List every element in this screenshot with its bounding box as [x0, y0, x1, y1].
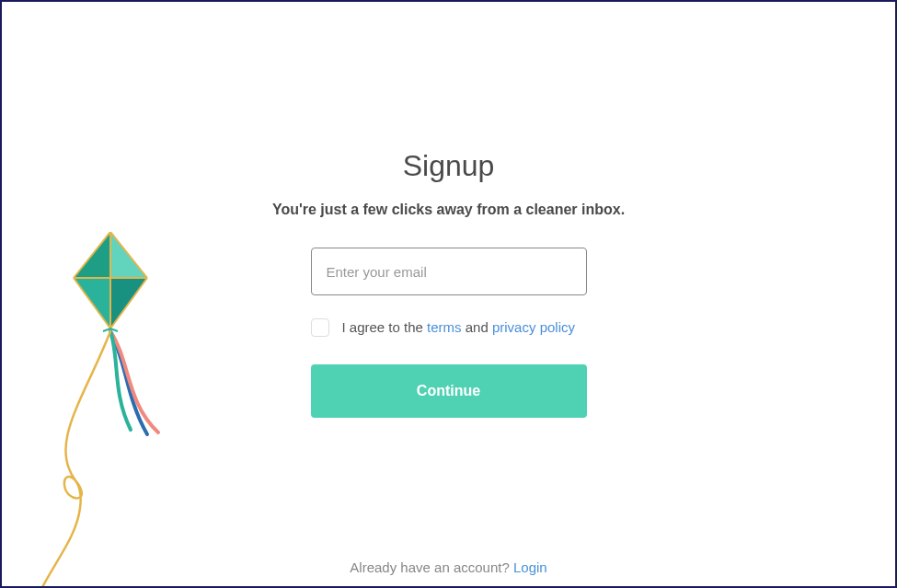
- login-prefix: Already have an account?: [350, 559, 513, 575]
- agree-and: and: [462, 319, 492, 335]
- terms-link[interactable]: terms: [427, 319, 462, 335]
- agree-text: I agree to the terms and privacy policy: [342, 317, 575, 337]
- agree-checkbox[interactable]: [311, 318, 329, 337]
- page-title: Signup: [403, 149, 495, 183]
- email-input[interactable]: [311, 248, 587, 295]
- agree-prefix: I agree to the: [342, 319, 428, 335]
- privacy-link[interactable]: privacy policy: [492, 319, 575, 335]
- continue-button[interactable]: Continue: [311, 364, 587, 418]
- login-link[interactable]: Login: [513, 559, 547, 575]
- page-subtitle: You're just a few clicks away from a cle…: [272, 200, 625, 220]
